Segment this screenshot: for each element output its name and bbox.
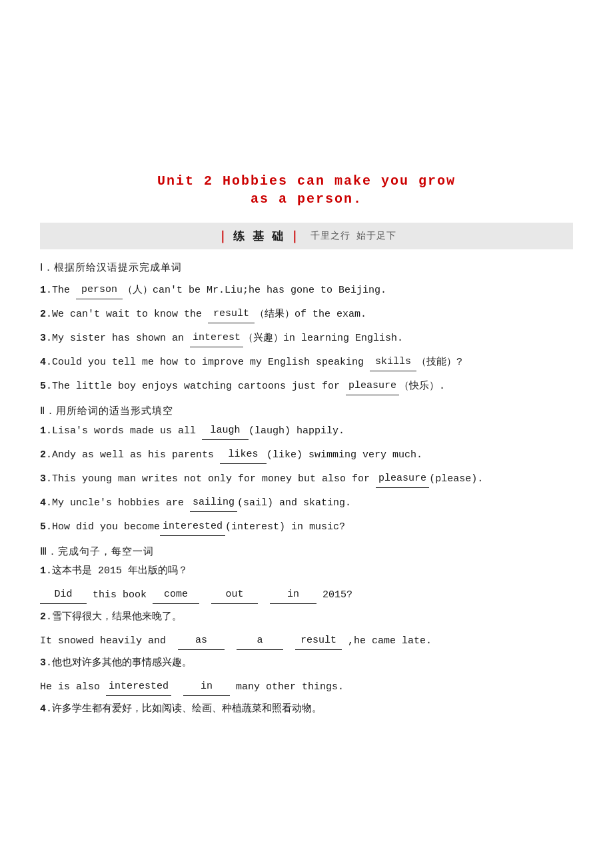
title-line2: as a person. bbox=[40, 191, 573, 207]
exercise-III-1-answer: Did this book come out in 2015? bbox=[40, 585, 573, 604]
blank-I-3: interest bbox=[190, 329, 243, 347]
banner-sub-text: 千里之行 始于足下 bbox=[310, 230, 396, 242]
blank-I-4: skills bbox=[370, 353, 416, 371]
exercise-III-2-chinese: 2.雪下得很大，结果他来晚了。 bbox=[40, 608, 573, 626]
section-banner: ｜ 练 基 础 ｜ 千里之行 始于足下 bbox=[40, 223, 573, 249]
blank-III-1-2: come bbox=[153, 585, 199, 604]
blank-II-1: laugh bbox=[202, 421, 249, 440]
blank-III-3-1: interested bbox=[106, 677, 171, 696]
blank-II-3: pleasure bbox=[376, 469, 429, 488]
blank-II-4: sailing bbox=[190, 493, 237, 512]
exercise-I-5: 5.The little boy enjoys watching cartoon… bbox=[40, 377, 573, 395]
exercise-II-1: 1.Lisa's words made us all laugh(laugh) … bbox=[40, 421, 573, 440]
exercise-I-2: 2.We can't wait to know the result（结果）of… bbox=[40, 305, 573, 323]
banner-bar-left: ｜ bbox=[217, 228, 229, 244]
exercise-III-4-chinese: 4.许多学生都有爱好，比如阅读、绘画、种植蔬菜和照看动物。 bbox=[40, 700, 573, 718]
part-II-label: Ⅱ．用所给词的适当形式填空 bbox=[40, 405, 573, 417]
exercise-II-2: 2.Andy as well as his parents likes(like… bbox=[40, 445, 573, 464]
exercise-I-1: 1.The person（人）can't be Mr.Liu;he has go… bbox=[40, 281, 573, 299]
blank-III-3-2: in bbox=[183, 677, 230, 696]
banner-main-text: 练 基 础 bbox=[233, 229, 284, 244]
blank-III-1-3: out bbox=[211, 585, 258, 604]
title-section: Unit 2 Hobbies can make you grow as a pe… bbox=[40, 173, 573, 207]
part-I-label: Ⅰ．根据所给汉语提示完成单词 bbox=[40, 261, 573, 274]
blank-I-5: pleasure bbox=[346, 377, 399, 395]
blank-III-2-3: result bbox=[295, 631, 342, 650]
exercise-III-3-answer: He is also interested in many other thin… bbox=[40, 677, 573, 696]
exercise-III-1-chinese: 1.这本书是 2015 年出版的吗？ bbox=[40, 562, 573, 580]
exercise-II-3: 3.This young man writes not only for mon… bbox=[40, 469, 573, 488]
blank-III-1-1: Did bbox=[40, 585, 87, 604]
blank-III-2-2: a bbox=[237, 631, 283, 650]
blank-III-2-1: as bbox=[178, 631, 225, 650]
blank-I-1: person bbox=[76, 281, 123, 299]
exercise-II-4: 4.My uncle's hobbies are sailing(sail) a… bbox=[40, 493, 573, 512]
blank-II-2: likes bbox=[220, 445, 267, 464]
exercise-III-2-answer: It snowed heavily and as a result ,he ca… bbox=[40, 631, 573, 650]
exercise-I-3: 3.My sister has shown an interest（兴趣）in … bbox=[40, 329, 573, 347]
blank-III-1-4: in bbox=[270, 585, 316, 604]
exercise-I-4: 4.Could you tell me how to improve my En… bbox=[40, 353, 573, 371]
blank-II-5: interested bbox=[160, 517, 225, 536]
exercise-III-3-chinese: 3.他也对许多其他的事情感兴趣。 bbox=[40, 654, 573, 672]
part-III-label: Ⅲ．完成句子，每空一词 bbox=[40, 545, 573, 558]
blank-I-2: result bbox=[208, 305, 255, 323]
title-line1: Unit 2 Hobbies can make you grow bbox=[40, 173, 573, 189]
exercise-II-5: 5.How did you becomeinterested(interest)… bbox=[40, 517, 573, 536]
banner-bar-right: ｜ bbox=[289, 228, 301, 244]
